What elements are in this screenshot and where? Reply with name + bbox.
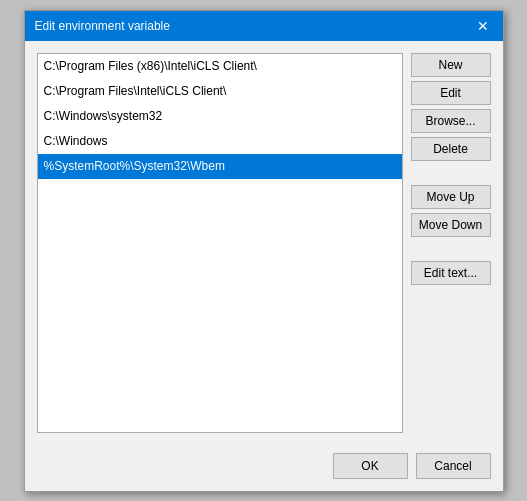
move-down-button[interactable]: Move Down: [411, 213, 491, 237]
ok-button[interactable]: OK: [333, 453, 408, 479]
close-button[interactable]: ✕: [473, 16, 493, 36]
env-variable-list[interactable]: C:\Program Files (x86)\Intel\iCLS Client…: [37, 53, 403, 433]
cancel-button[interactable]: Cancel: [416, 453, 491, 479]
title-bar: Edit environment variable ✕: [25, 11, 503, 41]
footer: OK Cancel: [25, 445, 503, 491]
list-item[interactable]: C:\Windows: [38, 129, 402, 154]
edit-env-dialog: Edit environment variable ✕ C:\Program F…: [24, 10, 504, 492]
delete-button[interactable]: Delete: [411, 137, 491, 161]
move-up-button[interactable]: Move Up: [411, 185, 491, 209]
list-item[interactable]: C:\Program Files\Intel\iCLS Client\: [38, 79, 402, 104]
browse-button[interactable]: Browse...: [411, 109, 491, 133]
edit-button[interactable]: Edit: [411, 81, 491, 105]
action-buttons: New Edit Browse... Delete Move Up Move D…: [411, 53, 491, 433]
dialog-title: Edit environment variable: [35, 19, 170, 33]
list-item[interactable]: %SystemRoot%\System32\Wbem: [38, 154, 402, 179]
dialog-body: C:\Program Files (x86)\Intel\iCLS Client…: [25, 41, 503, 445]
new-button[interactable]: New: [411, 53, 491, 77]
list-item[interactable]: C:\Program Files (x86)\Intel\iCLS Client…: [38, 54, 402, 79]
list-item[interactable]: C:\Windows\system32: [38, 104, 402, 129]
edit-text-button[interactable]: Edit text...: [411, 261, 491, 285]
